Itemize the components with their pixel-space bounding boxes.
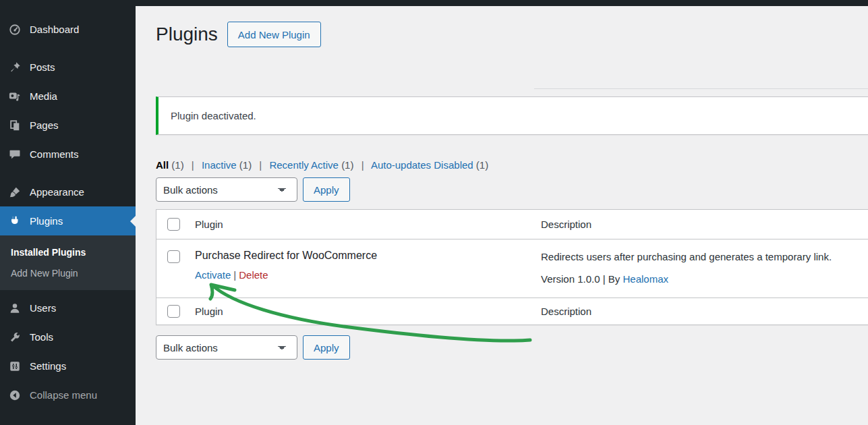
dashboard-icon [8, 23, 22, 36]
plugin-name: Purchase Redirect for WooCommerce [195, 248, 534, 263]
notice-plugin-deactivated: Plugin deactivated. [156, 96, 868, 135]
collapse-arrow-icon [8, 389, 22, 402]
table-header-row: Plugin Description [156, 210, 868, 239]
submenu-item-add-new-plugin[interactable]: Add New Plugin [0, 262, 136, 283]
admin-top-bar [0, 0, 868, 6]
sidebar-item-label: Tools [30, 331, 53, 343]
sidebar-item-collapse-menu[interactable]: Collapse menu [0, 380, 136, 409]
pages-icon [8, 119, 22, 132]
filter-all[interactable]: All (1) [156, 159, 184, 171]
plugin-description: Redirects users after purchasing and gen… [541, 250, 868, 264]
plugin-version-author: Version 1.0.0 | By [541, 273, 620, 285]
tablenav-bottom: Bulk actions Apply [156, 335, 868, 360]
column-footer-plugin: Plugin [187, 306, 534, 317]
settings-icon [8, 360, 22, 373]
sidebar-item-label: Appearance [30, 186, 84, 198]
filter-separator: | [259, 159, 262, 171]
select-all-checkbox[interactable] [167, 218, 180, 231]
select-plugin-checkbox[interactable] [167, 250, 180, 263]
delete-link[interactable]: Delete [239, 269, 268, 281]
activate-link[interactable]: Activate [195, 269, 231, 281]
main-content: Plugins Add New Plugin Plugin deactivate… [136, 6, 868, 425]
apply-button[interactable]: Apply [303, 177, 350, 202]
submenu-item-label: Installed Plugins [11, 247, 86, 258]
brush-icon [8, 186, 22, 199]
sidebar-item-label: Posts [30, 61, 55, 73]
screen-options-divider [534, 88, 868, 89]
column-footer-description: Description [534, 306, 868, 317]
author-link[interactable]: Healomax [623, 273, 668, 285]
notice-message: Plugin deactivated. [171, 110, 256, 121]
filter-auto-updates-disabled[interactable]: Auto-updates Disabled (1) [371, 159, 488, 171]
user-icon [8, 302, 22, 315]
wrench-icon [8, 331, 22, 344]
plugins-submenu: Installed Plugins Add New Plugin [0, 235, 136, 290]
tablenav-top: Bulk actions Apply [156, 177, 868, 202]
plugin-icon [8, 215, 22, 228]
sidebar-item-comments[interactable]: Comments [0, 140, 136, 169]
sidebar-item-appearance[interactable]: Appearance [0, 177, 136, 206]
sidebar-item-label: Settings [30, 360, 66, 372]
sidebar-item-label: Media [30, 90, 57, 102]
add-new-plugin-button[interactable]: Add New Plugin [227, 22, 321, 47]
sidebar-item-label: Pages [30, 119, 59, 131]
filter-recently-active[interactable]: Recently Active (1) [269, 159, 353, 171]
comment-icon [8, 148, 22, 161]
bulk-actions-select[interactable]: Bulk actions [156, 177, 297, 202]
plugins-table: Plugin Description Purchase Redirect for… [156, 209, 868, 325]
table-row: Purchase Redirect for WooCommerce Activa… [156, 239, 868, 298]
apply-button-bottom[interactable]: Apply [303, 335, 350, 360]
sidebar-item-label: Collapse menu [30, 389, 97, 401]
bulk-actions-select-bottom[interactable]: Bulk actions [156, 335, 297, 360]
sidebar-item-dashboard[interactable]: Dashboard [0, 15, 136, 44]
table-footer-row: Plugin Description [156, 298, 868, 324]
select-all-checkbox-bottom[interactable] [167, 305, 180, 318]
sidebar-item-users[interactable]: Users [0, 293, 136, 322]
column-header-plugin: Plugin [187, 219, 534, 230]
sidebar-item-media[interactable]: Media [0, 82, 136, 111]
admin-sidebar: Dashboard Posts Media Pages Comments App… [0, 0, 136, 425]
sidebar-item-pages[interactable]: Pages [0, 111, 136, 140]
sidebar-item-plugins[interactable]: Plugins [0, 206, 136, 235]
media-icon [8, 90, 22, 103]
sidebar-item-label: Comments [30, 148, 79, 160]
column-header-description: Description [534, 219, 868, 230]
page-title: Plugins [156, 22, 218, 47]
sidebar-item-posts[interactable]: Posts [0, 53, 136, 82]
submenu-item-installed-plugins[interactable]: Installed Plugins [0, 242, 136, 262]
sidebar-item-label: Users [30, 302, 56, 314]
sidebar-item-label: Dashboard [30, 24, 79, 35]
submenu-item-label: Add New Plugin [11, 268, 78, 279]
filter-separator: | [361, 159, 364, 171]
sidebar-item-label: Plugins [30, 215, 63, 227]
pushpin-icon [8, 61, 22, 74]
plugin-status-filters: All (1) | Inactive (1) | Recently Active… [156, 159, 868, 171]
sidebar-item-tools[interactable]: Tools [0, 322, 136, 351]
actions-separator: | [233, 269, 236, 281]
filter-separator: | [192, 159, 194, 171]
filter-inactive[interactable]: Inactive (1) [202, 159, 252, 171]
sidebar-item-settings[interactable]: Settings [0, 351, 136, 380]
